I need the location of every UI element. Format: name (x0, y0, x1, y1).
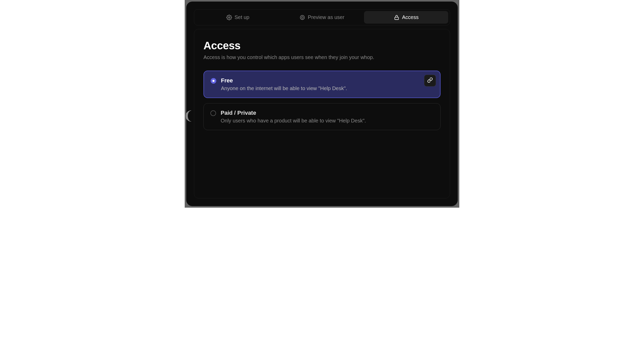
option-paid[interactable]: Paid / Private Only users who have a pro… (203, 103, 441, 130)
link-icon (427, 77, 433, 84)
tab-preview-label: Preview as user (308, 14, 344, 20)
content-card: Access Access is how you control which a… (194, 29, 450, 198)
gear-icon (226, 15, 232, 20)
option-free-title: Free (221, 77, 433, 84)
drag-handle[interactable]: ❨ (183, 108, 193, 123)
option-paid-description: Only users who have a product will be ab… (221, 118, 434, 124)
link-button[interactable] (424, 75, 436, 86)
svg-point-1 (300, 15, 305, 20)
radio-paid[interactable] (210, 110, 216, 116)
page-title: Access (203, 40, 441, 52)
lock-icon (394, 15, 399, 20)
svg-point-0 (228, 17, 230, 18)
svg-rect-3 (395, 17, 399, 20)
option-paid-content: Paid / Private Only users who have a pro… (221, 110, 434, 124)
eye-icon (300, 15, 305, 20)
radio-free[interactable] (211, 78, 216, 84)
option-free-content: Free Anyone on the internet will be able… (221, 77, 433, 91)
tab-access-label: Access (402, 14, 418, 20)
option-free-description: Anyone on the internet will be able to v… (221, 85, 433, 91)
option-paid-title: Paid / Private (221, 110, 434, 116)
tabs-bar: Set up Preview as user A (194, 9, 450, 25)
tab-setup[interactable]: Set up (196, 11, 280, 24)
option-free[interactable]: Free Anyone on the internet will be able… (203, 71, 441, 98)
tab-setup-label: Set up (235, 14, 249, 20)
svg-point-2 (302, 16, 303, 18)
page-description: Access is how you control which apps use… (203, 54, 441, 60)
tab-preview[interactable]: Preview as user (280, 11, 364, 24)
tab-access[interactable]: Access (364, 11, 448, 24)
